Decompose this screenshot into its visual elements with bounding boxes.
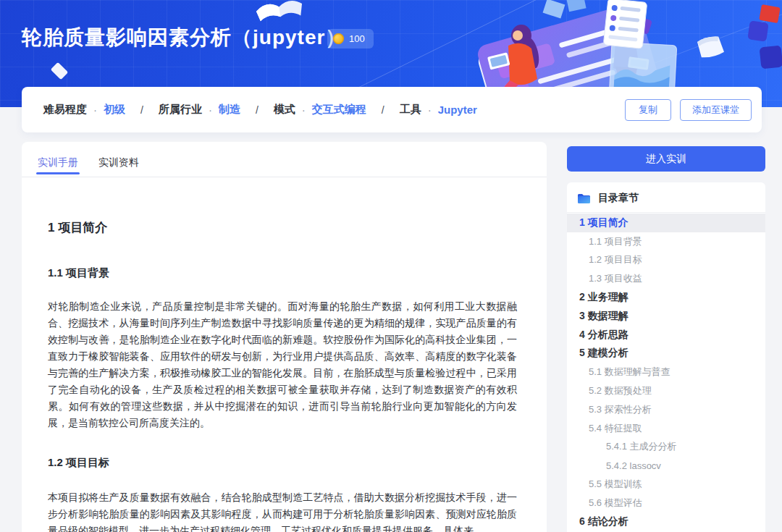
meta-separator: / xyxy=(382,104,384,116)
meta-label: 所属行业 xyxy=(159,103,202,117)
meta-dot: · xyxy=(302,104,306,116)
meta-label: 工具 xyxy=(400,103,421,117)
toc-item[interactable]: 5.5 模型训练 xyxy=(567,475,765,494)
toc-item[interactable]: 5.6 模型评估 xyxy=(567,494,765,512)
book-icon xyxy=(256,0,303,22)
meta-value[interactable]: 制造 xyxy=(219,103,240,117)
meta-dot: · xyxy=(428,104,432,116)
meta-label: 模式 xyxy=(274,103,295,117)
tab-0[interactable]: 实训手册 xyxy=(38,142,78,177)
paper-illustration xyxy=(697,35,724,59)
toc-item[interactable]: 5.2 数据预处理 xyxy=(567,381,765,400)
manual-content-card: 实训手册实训资料 1 项目简介 1.1 项目背景 对轮胎制造企业来说，产品质量控… xyxy=(22,142,547,532)
toc-item[interactable]: 5.4 特征提取 xyxy=(567,419,765,438)
toc-item[interactable]: 1 项目简介 xyxy=(567,214,765,232)
toc-list: 1 项目简介1.1 项目背景1.2 项目目标1.3 项目收益2 业务理解3 数据… xyxy=(567,213,765,531)
toc-item[interactable]: 1.2 项目目标 xyxy=(567,251,765,270)
tab-bar: 实训手册实训资料 xyxy=(22,142,547,177)
meta-label: 难易程度 xyxy=(43,103,87,117)
meta-separator: / xyxy=(140,104,143,116)
meta-buttons: 复制 添加至课堂 xyxy=(625,99,752,121)
toc-item[interactable]: 2 业务理解 xyxy=(567,288,765,307)
folder-icon xyxy=(577,193,591,204)
toc-card: 目录章节 1 项目简介1.1 项目背景1.2 项目目标1.3 项目收益2 业务理… xyxy=(567,182,765,532)
course-meta-card: 难易程度·初级/所属行业·制造/模式·交互式编程/工具·Jupyter 复制 添… xyxy=(22,87,762,132)
toc-title: 目录章节 xyxy=(598,192,639,205)
enter-training-button[interactable]: 进入实训 xyxy=(567,146,765,172)
toc-item[interactable]: 1.1 项目背景 xyxy=(567,232,765,251)
toc-item[interactable]: 5 建模分析 xyxy=(567,345,765,363)
tab-1[interactable]: 实训资料 xyxy=(98,142,139,177)
meta-dot: · xyxy=(93,104,97,116)
points-badge: 100 xyxy=(327,29,374,48)
toc-item[interactable]: 1.3 项目收益 xyxy=(567,269,765,288)
copy-button[interactable]: 复制 xyxy=(625,99,671,121)
coin-icon xyxy=(333,33,344,44)
toc-item[interactable]: 6 结论分析 xyxy=(567,512,765,531)
meta-value[interactable]: 初级 xyxy=(104,103,125,117)
meta-dot: · xyxy=(209,104,212,116)
toc-item[interactable]: 5.4.2 lassocv xyxy=(567,456,765,475)
section-paragraph-1-1: 对轮胎制造企业来说，产品质量控制是非常关键的。面对海量的轮胎生产数据，如何利用工… xyxy=(48,298,517,431)
meta-items: 难易程度·初级/所属行业·制造/模式·交互式编程/工具·Jupyter xyxy=(43,103,625,117)
section-heading-1-2: 1.2 项目目标 xyxy=(48,456,109,470)
toc-item[interactable]: 5.1 数据理解与普查 xyxy=(567,363,765,381)
points-value: 100 xyxy=(349,33,365,44)
meta-value[interactable]: Jupyter xyxy=(438,104,477,116)
meta-separator: / xyxy=(256,104,258,116)
section-heading-1: 1 项目简介 xyxy=(48,219,107,236)
toc-item[interactable]: 5.4.1 主成分分析 xyxy=(567,438,765,457)
toc-item[interactable]: 3 数据理解 xyxy=(567,307,765,326)
add-to-class-button[interactable]: 添加至课堂 xyxy=(680,99,752,121)
page-title: 轮胎质量影响因素分析（jupyter） xyxy=(22,24,346,51)
toc-item[interactable]: 4 分析思路 xyxy=(567,326,765,345)
toc-item[interactable]: 5.3 探索性分析 xyxy=(567,400,765,419)
meta-value[interactable]: 交互式编程 xyxy=(312,103,366,117)
toc-header: 目录章节 xyxy=(567,182,765,213)
section-heading-1-1: 1.1 项目背景 xyxy=(48,266,109,280)
section-paragraph-1-2: 本项目拟将生产及质量数据有效融合，结合轮胎成型制造工艺特点，借助大数据分析挖掘技… xyxy=(48,489,517,532)
